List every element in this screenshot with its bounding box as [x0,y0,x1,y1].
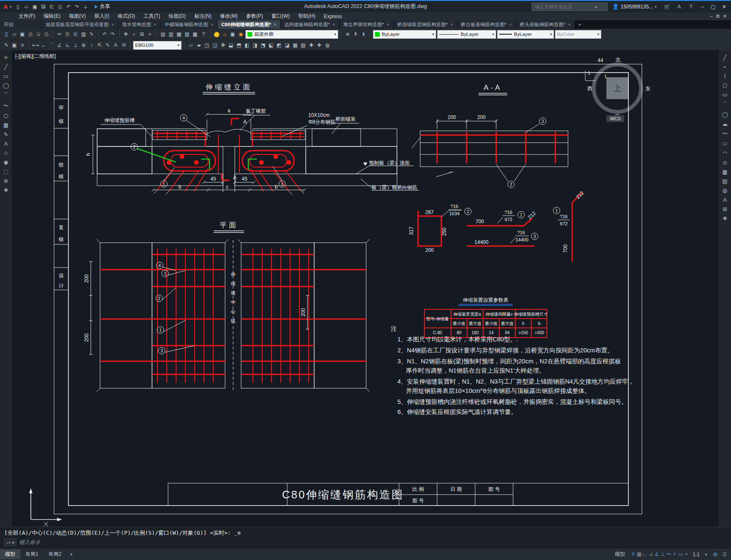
block-toolbar-icon[interactable]: ✎ [3,42,10,48]
file-tab[interactable]: 桥台桩基钢筋构造图*× [457,20,516,29]
block-toolbar-icon[interactable]: ≡ [19,42,26,48]
status-toggle-icon[interactable]: 〜 [666,551,671,558]
draw-tool-icon[interactable]: ▦ [721,169,729,175]
close-icon[interactable]: × [154,22,156,27]
modify-toolbar-icon[interactable]: ❖ [315,42,323,48]
new-tab-button[interactable]: + [575,20,584,29]
status-toggle-icon[interactable]: ▭ [677,551,683,557]
edit-toolbar-icon[interactable]: ⎘ [64,31,71,37]
modify-toolbar-icon[interactable]: ◳ [203,42,211,48]
layer-viewport-icon[interactable]: ▣ [229,31,236,37]
draw-tool-icon[interactable]: ⬭ [721,141,729,147]
search-input[interactable] [534,4,595,10]
file-toolbar-icon[interactable]: ⎙ [27,31,34,37]
layer-tool-icon[interactable]: ≋ [344,31,351,37]
draw-tool-icon[interactable]: ⌇ [721,73,729,79]
modify-toolbar-icon[interactable]: ◲ [211,42,219,48]
tab-model[interactable]: 模型 [0,549,20,559]
close-icon[interactable]: × [509,22,512,27]
modify-toolbar-icon[interactable]: ◩ [275,42,283,48]
dimension-toolbar-icon[interactable]: ↔ [40,42,47,48]
file-toolbar-icon[interactable]: ▣ [19,31,26,37]
linetype-combo[interactable]: ByLayer ▾ [437,30,496,39]
quick-access-icon[interactable]: ▣ [31,4,38,10]
draw-tool-icon[interactable]: ⊕ [2,178,10,184]
draw-tool-icon[interactable]: ◯ [721,111,729,118]
dimension-toolbar-icon[interactable]: ⇱ [96,42,103,48]
quick-access-icon[interactable]: ↷ [73,4,81,10]
quick-access-icon[interactable]: ▱ [22,4,30,10]
draw-tool-icon[interactable]: ╱ [2,64,10,70]
tab-layout2[interactable]: 布局2 [43,549,67,559]
draw-tool-icon[interactable]: ⊹ [2,150,10,156]
customize-menu-icon[interactable]: ☰ [722,552,728,557]
quick-access-icon[interactable]: ⎗ [48,4,55,10]
file-tab-active[interactable]: C80伸缩缝钢筋构造图*× [217,20,280,29]
dimension-toolbar-icon[interactable]: ✎ [104,42,111,48]
color-combo[interactable]: ByLayer ▾ [373,30,436,39]
status-toggle-icon[interactable]: ⊿ [648,551,654,557]
edit-toolbar-icon[interactable]: ⎗ [72,31,79,37]
layer-panel-icon[interactable]: ▩ [191,31,199,37]
menu-item[interactable]: 帮助(H) [294,13,320,20]
draw-tool-icon[interactable]: ▦ [2,122,10,128]
draw-tool-icon[interactable]: 〜 [721,130,729,138]
viewcube-compass[interactable]: 上 北 西 东 南 1 1 WCS [585,57,650,122]
draw-tool-icon[interactable]: 〜 [2,102,10,110]
quick-access-icon[interactable]: 🖫 [39,4,47,10]
quick-access-icon[interactable]: ⇣ [82,4,89,10]
draw-tool-icon[interactable]: ⬡ [2,113,10,119]
file-toolbar-icon[interactable]: ▯ [3,31,10,37]
chevron-down-icon[interactable]: ▾ [597,32,599,36]
file-tab[interactable]: 泄水管构造图× [118,20,160,29]
draw-tool-icon[interactable]: ❖ [2,187,10,193]
menu-item[interactable]: 编辑(E) [39,13,65,20]
dimstyle-combo[interactable]: EBG100 ▾ [133,41,182,50]
draw-tool-icon[interactable]: A [721,197,729,203]
viewport-controls[interactable]: [-][俯视][二维线框] [15,53,56,59]
modify-toolbar-icon[interactable]: ◧ [243,42,251,48]
minimize-button[interactable]: – [699,4,706,10]
layer-panel-icon[interactable]: ▥ [167,31,175,37]
layer-tool-icon[interactable]: ⇟ [360,31,367,37]
dimension-toolbar-icon[interactable]: ⟂ [72,42,79,48]
status-toggle-icon[interactable]: ∟ [642,551,648,557]
file-toolbar-icon[interactable]: ▱ [11,31,18,37]
layer-on-icon[interactable]: ⬤ [213,31,220,37]
draw-tool-icon[interactable]: ◍ [721,187,729,194]
modify-toolbar-icon[interactable]: ▰ [195,42,203,48]
layer-combo[interactable]: 箱梁外廓 ▾ [245,30,338,39]
help-circle-icon[interactable]: ? [200,31,207,37]
status-toggle-icon[interactable]: ▦ [636,551,642,557]
menu-item[interactable]: 插入(I) [90,13,113,20]
modify-toolbar-icon[interactable]: ⬕ [267,42,275,48]
edit-toolbar-icon[interactable]: ✎ [88,31,95,37]
menu-item[interactable]: 标注(N) [190,13,216,20]
search-box[interactable]: ⌕ [532,3,608,11]
account-menu[interactable]: 👤 1505999135... ▾ [612,3,659,10]
draw-tool-icon[interactable]: ⊙ [721,160,729,166]
command-options-chip[interactable]: ▭ ▾ [4,538,16,546]
zoom-toolbar-icon[interactable]: ✜ [122,31,130,37]
chevron-down-icon[interactable]: ▾ [334,32,336,36]
menu-item[interactable]: 文件(F) [14,13,39,20]
modify-toolbar-icon[interactable]: ▧ [299,42,307,48]
status-toggle-icon[interactable]: + [671,551,677,557]
layer-thaw-icon[interactable]: ☼ [221,31,228,37]
draw-tool-icon[interactable]: ☁ [721,121,729,127]
layer-panel-icon[interactable]: ▧ [183,31,191,37]
layer-panel-icon[interactable]: ▦ [175,31,183,37]
gear-icon[interactable]: ⚙ [712,552,718,557]
draw-tool-icon[interactable]: ✛ [2,54,10,61]
chevron-down-icon[interactable]: ▾ [177,43,179,47]
zoom-toolbar-icon[interactable]: ⌕ [130,31,138,37]
menu-item[interactable]: 修改(M) [216,13,242,20]
dimension-toolbar-icon[interactable]: ∠ [56,42,63,48]
autocad-logo-icon[interactable]: A [0,3,10,10]
file-tab[interactable]: 边跨腹板钢筋构造图*× [280,20,339,29]
doc-close-button[interactable]: ✕ [723,14,727,19]
new-layout-button[interactable]: + [66,550,76,559]
logo-caret-icon[interactable]: ▾ [10,5,12,9]
file-tab[interactable]: 箱梁底板底层钢筋平面布置图× [42,20,118,29]
close-icon[interactable]: × [211,22,213,27]
